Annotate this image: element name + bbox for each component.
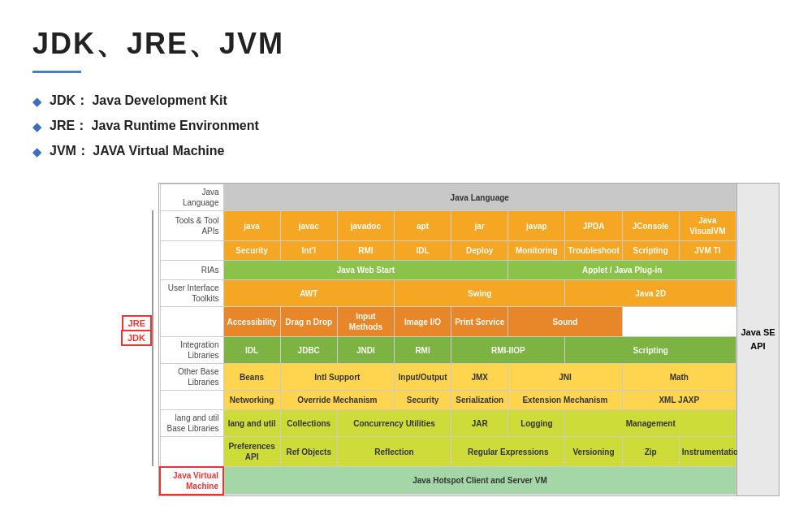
- diagram-cell: Regular Expressions: [451, 437, 565, 467]
- diagram-cell: Drag n Drop: [280, 307, 337, 337]
- bullet-jdk: ◆ JDK： Java Development Kit: [32, 93, 780, 110]
- diagram-cell: Override Mechanism: [280, 391, 394, 410]
- diagram-cell: AWT: [223, 280, 394, 307]
- diagram-cell: Java Hotspot Client and Server VM: [223, 467, 736, 495]
- diagram-cell: Monitoring: [508, 241, 565, 261]
- diagram-cell: Zip: [622, 437, 679, 467]
- diagram-cell: Swing: [394, 280, 564, 307]
- diagram-cell: RMI: [337, 241, 394, 261]
- diagram-cell: Java VisualVM: [679, 211, 736, 241]
- diagram-cell: Scripting: [565, 337, 736, 364]
- diagram-cell: Intl Support: [280, 364, 394, 391]
- diagram-cell: Preferences API: [223, 437, 280, 467]
- bullet-jvm-label: JVM： JAVA Virtual Machine: [50, 143, 224, 160]
- diamond-icon-3: ◆: [32, 145, 41, 158]
- diagram-cell: JMX: [451, 364, 508, 391]
- diagram-cell: JVM TI: [679, 241, 736, 261]
- diagram-cell: apt: [394, 211, 451, 241]
- diagram-cell: Print Service: [451, 307, 508, 337]
- diagram-cell: jar: [451, 211, 508, 241]
- diagram-cell: Management: [565, 410, 736, 437]
- diagram-cell: java: [223, 211, 280, 241]
- diagram-cell: IDL: [394, 241, 451, 261]
- diagram-cell: Security: [394, 391, 451, 410]
- diagram-wrapper: JDKJRE Java LanguageJava LanguageTools &…: [32, 183, 780, 496]
- diagram-cell: Collections: [280, 410, 337, 437]
- diagram-cell: Math: [622, 364, 736, 391]
- diagram-cell: Input Methods: [337, 307, 394, 337]
- jre-bracket-label: JRE: [122, 315, 152, 331]
- diagram-cell: JDBC: [280, 337, 337, 364]
- diagram-cell: Reflection: [337, 437, 451, 467]
- diagram-cell: JPDA: [565, 211, 622, 241]
- java-se-api-label: Java SE API: [737, 183, 780, 496]
- bullet-jre: ◆ JRE： Java Runtime Environment: [32, 118, 780, 135]
- diagram-cell: Security: [223, 241, 280, 261]
- diagram-cell: RMI-IIOP: [451, 337, 565, 364]
- diagram-cell: Scripting: [622, 241, 679, 261]
- diagram-cell: Sound: [508, 307, 622, 337]
- bullet-jvm: ◆ JVM： JAVA Virtual Machine: [32, 143, 780, 160]
- bullet-list: ◆ JDK： Java Development Kit ◆ JRE： Java …: [32, 93, 780, 160]
- diagram-cell: Input/Output: [394, 364, 451, 391]
- diamond-icon-2: ◆: [32, 120, 41, 133]
- diagram-cell: Networking: [223, 391, 280, 410]
- diagram-cell: Java 2D: [565, 280, 736, 307]
- diagram-cell: lang and util: [223, 410, 280, 437]
- jdk-bracket-label: JDK: [121, 330, 152, 346]
- diagram-cell: Serialization: [451, 391, 508, 410]
- diagram-cell: Instrumentation: [679, 437, 736, 467]
- diagram-cell: Beans: [223, 364, 280, 391]
- diagram-table: Java LanguageJava LanguageTools & Tool A…: [158, 183, 737, 496]
- diagram-cell: Ref Objects: [280, 437, 337, 467]
- diagram-cell: Applet / Java Plug-in: [508, 261, 736, 280]
- diagram-cell: Logging: [508, 410, 565, 437]
- diagram-cell: RMI: [394, 337, 451, 364]
- diagram-cell: Java Language: [223, 184, 736, 211]
- diagram-cell: javac: [280, 211, 337, 241]
- diagram-cell: IDL: [223, 337, 280, 364]
- bullet-jdk-label: JDK： Java Development Kit: [50, 93, 227, 110]
- diagram-cell: Deploy: [451, 241, 508, 261]
- left-annotations: JDKJRE: [32, 183, 158, 495]
- title-underline: [32, 71, 81, 73]
- bullet-jre-label: JRE： Java Runtime Environment: [50, 118, 259, 135]
- diagram-cell: Int'l: [280, 241, 337, 261]
- diagram-cell: Extension Mechanism: [508, 391, 622, 410]
- diagram-cell: XML JAXP: [622, 391, 736, 410]
- diagram-cell: JNDI: [337, 337, 394, 364]
- diagram-cell: Accessibility: [223, 307, 280, 337]
- diagram-cell: Versioning: [565, 437, 622, 467]
- page-title: JDK、JRE、JVM: [32, 24, 780, 64]
- diagram-cell: Troubleshoot: [565, 241, 622, 261]
- diagram-cell: JConsole: [622, 211, 679, 241]
- diagram-cell: Concurrency Utilities: [337, 410, 451, 437]
- diamond-icon: ◆: [32, 95, 41, 108]
- diagram-cell: JAR: [451, 410, 508, 437]
- diagram-cell: Image I/O: [394, 307, 451, 337]
- diagram-cell: javadoc: [337, 211, 394, 241]
- diagram-cell: javap: [508, 211, 565, 241]
- diagram-cell: Java Web Start: [223, 261, 508, 280]
- diagram-cell: JNI: [508, 364, 622, 391]
